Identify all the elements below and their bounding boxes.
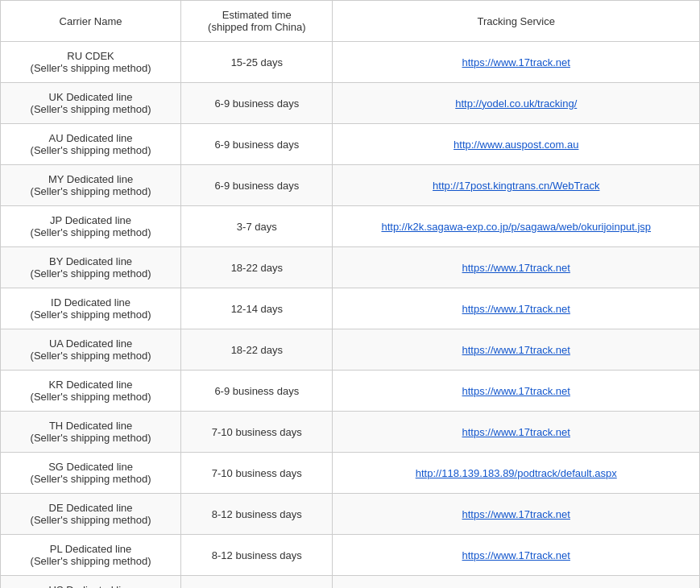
carrier-name-text: ID Dedicated line: [51, 296, 130, 308]
time-text: 8-12 business days: [212, 508, 302, 520]
table-row: UA Dedicated line(Seller's shipping meth…: [1, 329, 700, 371]
carrier-name-text: DE Dedicated line: [49, 502, 133, 514]
tracking-cell: https://www.17track.net: [333, 247, 700, 288]
tracking-link[interactable]: http://17post.kingtrans.cn/WebTrack: [433, 180, 599, 192]
table-row: TH Dedicated line(Seller's shipping meth…: [1, 412, 700, 453]
carrier-name-text: (Seller's shipping method): [31, 432, 151, 444]
carrier-name-text: PL Dedicated line: [50, 543, 131, 555]
time-cell: 8-12 business days: [181, 535, 333, 576]
carrier-name-text: (Seller's shipping method): [31, 308, 151, 321]
time-cell: 3-7 days: [181, 206, 333, 247]
carrier-name-text: UA Dedicated line: [49, 337, 132, 350]
tracking-link[interactable]: https://www.17track.net: [462, 262, 570, 274]
carrier-name-text: MY Dedicated line: [48, 173, 133, 185]
carrier-name-cell: DE Dedicated line(Seller's shipping meth…: [1, 494, 181, 535]
tracking-link[interactable]: http://yodel.co.uk/tracking/: [455, 97, 577, 110]
tracking-cell: https://www.17track.net: [333, 535, 700, 576]
carrier-name-text: SG Dedicated line: [48, 461, 133, 473]
carrier-name-text: AU Dedicated line: [49, 132, 133, 144]
carrier-name-text: BY Dedicated line: [49, 255, 132, 267]
table-row: SG Dedicated line(Seller's shipping meth…: [1, 453, 700, 494]
tracking-cell: http://17post.kingtrans.cn/WebTrack: [333, 165, 700, 206]
carrier-name-cell: UA Dedicated line(Seller's shipping meth…: [1, 329, 181, 371]
time-cell: 6-9 business days: [181, 83, 333, 124]
carrier-name-cell: ID Dedicated line(Seller's shipping meth…: [1, 288, 181, 329]
time-text: 8-12 business days: [212, 549, 302, 561]
carrier-name-text: JP Dedicated line: [50, 214, 131, 226]
carrier-name-cell: RU CDEK(Seller's shipping method): [1, 42, 181, 83]
time-cell: 7-10 business days: [181, 412, 333, 453]
time-text: 7-10 business days: [212, 467, 302, 479]
tracking-link[interactable]: https://www.17track.net: [462, 508, 570, 520]
tracking-link[interactable]: http://k2k.sagawa-exp.co.jp/p/sagawa/web…: [381, 221, 651, 233]
carrier-name-text: (Seller's shipping method): [31, 267, 151, 280]
carrier-name-text: (Seller's shipping method): [31, 144, 151, 156]
tracking-cell: http://118.139.183.89/podtrack/default.a…: [333, 453, 700, 494]
carrier-name-text: (Seller's shipping method): [31, 391, 151, 403]
table-row: MY Dedicated line(Seller's shipping meth…: [1, 165, 700, 206]
carrier-name-cell: MY Dedicated line(Seller's shipping meth…: [1, 165, 181, 206]
table-row: BY Dedicated line(Seller's shipping meth…: [1, 247, 700, 288]
tracking-link[interactable]: https://www.17track.net: [462, 385, 570, 397]
tracking-link[interactable]: http://118.139.183.89/podtrack/default.a…: [416, 467, 617, 479]
time-cell: 8-12 business days: [181, 494, 333, 535]
table-row: ID Dedicated line(Seller's shipping meth…: [1, 288, 700, 329]
carrier-name-text: US Dedicated line: [49, 584, 133, 588]
header-time-sub: (shipped from China): [208, 21, 305, 33]
carrier-name-text: KR Dedicated line: [49, 379, 133, 391]
time-cell: 6-9 business days: [181, 576, 333, 589]
time-text: 6-9 business days: [214, 385, 299, 397]
time-cell: 6-9 business days: [181, 371, 333, 412]
tracking-cell: https://www.17track.net: [333, 412, 700, 453]
tracking-cell: https://www.17track.net: [333, 576, 700, 589]
table-row: PL Dedicated line(Seller's shipping meth…: [1, 535, 700, 576]
carrier-name-cell: AU Dedicated line(Seller's shipping meth…: [1, 124, 181, 165]
carrier-name-text: (Seller's shipping method): [31, 62, 151, 74]
time-text: 18-22 days: [231, 344, 283, 356]
carrier-name-cell: TH Dedicated line(Seller's shipping meth…: [1, 412, 181, 453]
time-cell: 6-9 business days: [181, 165, 333, 206]
table-row: US Dedicated line(Seller's shipping meth…: [1, 576, 700, 589]
carrier-name-text: (Seller's shipping method): [31, 103, 151, 115]
table-row: RU CDEK(Seller's shipping method)15-25 d…: [1, 42, 700, 83]
carrier-name-cell: KR Dedicated line(Seller's shipping meth…: [1, 371, 181, 412]
tracking-link[interactable]: http://www.auspost.com.au: [454, 139, 578, 151]
carrier-name-text: (Seller's shipping method): [31, 350, 151, 362]
table-row: JP Dedicated line(Seller's shipping meth…: [1, 206, 700, 247]
carrier-name-text: RU CDEK: [67, 50, 114, 62]
time-cell: 6-9 business days: [181, 124, 333, 165]
time-cell: 12-14 days: [181, 288, 333, 329]
tracking-link[interactable]: https://www.17track.net: [462, 56, 570, 68]
carrier-name-cell: US Dedicated line(Seller's shipping meth…: [1, 576, 181, 589]
shipping-table: Carrier Name Estimated time (shipped fro…: [0, 0, 700, 588]
carrier-name-cell: BY Dedicated line(Seller's shipping meth…: [1, 247, 181, 288]
table-row: AU Dedicated line(Seller's shipping meth…: [1, 124, 700, 165]
header-carrier-label: Carrier Name: [60, 15, 122, 27]
tracking-link[interactable]: https://www.17track.net: [462, 303, 570, 315]
carrier-name-cell: UK Dedicated line(Seller's shipping meth…: [1, 83, 181, 124]
time-text: 12-14 days: [231, 303, 283, 315]
time-cell: 18-22 days: [181, 247, 333, 288]
tracking-link[interactable]: https://www.17track.net: [462, 549, 570, 561]
time-cell: 15-25 days: [181, 42, 333, 83]
carrier-name-text: (Seller's shipping method): [31, 185, 151, 197]
table-row: UK Dedicated line(Seller's shipping meth…: [1, 83, 700, 124]
tracking-link[interactable]: https://www.17track.net: [462, 344, 570, 356]
carrier-name-text: (Seller's shipping method): [31, 514, 151, 526]
tracking-link[interactable]: https://www.17track.net: [462, 426, 570, 438]
time-text: 7-10 business days: [212, 426, 302, 438]
carrier-name-cell: JP Dedicated line(Seller's shipping meth…: [1, 206, 181, 247]
time-text: 15-25 days: [231, 56, 283, 68]
table-row: DE Dedicated line(Seller's shipping meth…: [1, 494, 700, 535]
carrier-name-text: (Seller's shipping method): [31, 473, 151, 485]
table-row: KR Dedicated line(Seller's shipping meth…: [1, 371, 700, 412]
time-cell: 18-22 days: [181, 329, 333, 371]
carrier-name-text: (Seller's shipping method): [31, 226, 151, 238]
time-text: 18-22 days: [231, 262, 283, 274]
time-text: 6-9 business days: [214, 139, 299, 151]
tracking-cell: https://www.17track.net: [333, 288, 700, 329]
carrier-name-cell: SG Dedicated line(Seller's shipping meth…: [1, 453, 181, 494]
carrier-name-cell: PL Dedicated line(Seller's shipping meth…: [1, 535, 181, 576]
time-cell: 7-10 business days: [181, 453, 333, 494]
carrier-name-text: TH Dedicated line: [49, 420, 132, 432]
